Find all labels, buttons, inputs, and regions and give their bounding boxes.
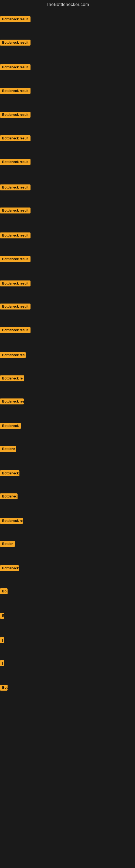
bottleneck-result-item[interactable]: Bottleneck <box>0 565 19 572</box>
bottleneck-result-item[interactable]: Bottleneck result <box>0 184 31 191</box>
bottleneck-badge: Bottleneck result <box>0 352 26 358</box>
bottleneck-result-item[interactable]: | <box>0 637 4 644</box>
bottleneck-result-item[interactable]: Bottleneck result <box>0 232 31 240</box>
bottleneck-result-item[interactable]: Bo <box>0 588 8 595</box>
bottleneck-result-item[interactable]: Bottleneck re <box>0 375 24 382</box>
bottleneck-result-item[interactable]: | <box>0 660 4 667</box>
bottleneck-badge: Bottleneck result <box>0 232 31 239</box>
bottleneck-badge: Bottlene <box>0 446 16 452</box>
bottleneck-result-item[interactable]: Bottleneck result <box>0 88 31 95</box>
bottleneck-badge: Bottleneck result <box>0 208 31 214</box>
bottleneck-result-item[interactable]: Bottleneck result <box>0 112 31 119</box>
bottleneck-result-item[interactable]: Bottlene <box>0 446 16 453</box>
bottleneck-badge: Bottleneck <box>0 470 19 476</box>
bottleneck-badge: Bottleneck result <box>0 327 31 333</box>
bottleneck-result-item[interactable]: Bottlenec <box>0 493 17 500</box>
bottleneck-badge: | <box>0 660 4 666</box>
bottleneck-result-item[interactable]: Bottleneck <box>0 423 21 430</box>
bottleneck-badge: Bottleneck result <box>0 64 31 70</box>
bottleneck-badge: Bottleneck result <box>0 256 31 262</box>
bottleneck-badge: Bottleneck re <box>0 375 24 381</box>
bottleneck-result-item[interactable]: B <box>0 613 4 620</box>
site-title: TheBottlenecker.com <box>0 0 135 9</box>
bottleneck-result-item[interactable]: Bot <box>0 685 8 692</box>
bottleneck-result-item[interactable]: Bottleneck re <box>0 518 23 525</box>
bottleneck-badge: Bottleneck result <box>0 16 31 22</box>
bottleneck-badge: Bottleneck result <box>0 159 31 165</box>
bottleneck-badge: Bottleneck <box>0 565 19 571</box>
bottleneck-result-item[interactable]: Bottleneck result <box>0 304 31 311</box>
bottleneck-result-item[interactable]: Bottleneck result <box>0 256 31 263</box>
bottleneck-result-item[interactable]: Bottleneck result <box>0 64 31 71</box>
bottleneck-badge: Bottleneck result <box>0 304 31 310</box>
bottleneck-badge: Bottleneck result <box>0 184 31 190</box>
bottleneck-badge: | <box>0 637 4 643</box>
bottleneck-result-item[interactable]: Bottleneck result <box>0 159 31 166</box>
bottleneck-result-item[interactable]: Bottleneck result <box>0 208 31 215</box>
bottleneck-result-item[interactable]: Bottleneck result <box>0 16 31 23</box>
bottleneck-badge: Bottleneck result <box>0 88 31 94</box>
bottleneck-result-item[interactable]: Bottlen <box>0 541 15 548</box>
bottleneck-result-item[interactable]: Bottleneck resul <box>0 399 24 405</box>
bottleneck-badge: Bottleneck result <box>0 135 31 141</box>
bottleneck-badge: Bottleneck result <box>0 112 31 118</box>
bottleneck-badge: Bo <box>0 588 8 594</box>
bottleneck-result-item[interactable]: Bottleneck result <box>0 135 31 143</box>
bottleneck-badge: Bottlenec <box>0 493 17 499</box>
bottleneck-badge: Bottleneck re <box>0 518 23 524</box>
bottleneck-badge: Bottleneck result <box>0 280 31 286</box>
bottleneck-result-item[interactable]: Bottleneck <box>0 470 19 477</box>
bottleneck-badge: Bottleneck result <box>0 40 31 45</box>
bottleneck-badge: Bottlen <box>0 541 15 547</box>
bottleneck-result-item[interactable]: Bottleneck result <box>0 327 31 334</box>
bottleneck-badge: B <box>0 613 4 619</box>
bottleneck-result-item[interactable]: Bottleneck result <box>0 40 31 46</box>
bottleneck-result-item[interactable]: Bottleneck result <box>0 352 26 359</box>
bottleneck-badge: Bot <box>0 685 8 691</box>
bottleneck-badge: Bottleneck <box>0 423 21 429</box>
bottleneck-badge: Bottleneck resul <box>0 399 24 404</box>
bottleneck-result-item[interactable]: Bottleneck result <box>0 280 31 287</box>
